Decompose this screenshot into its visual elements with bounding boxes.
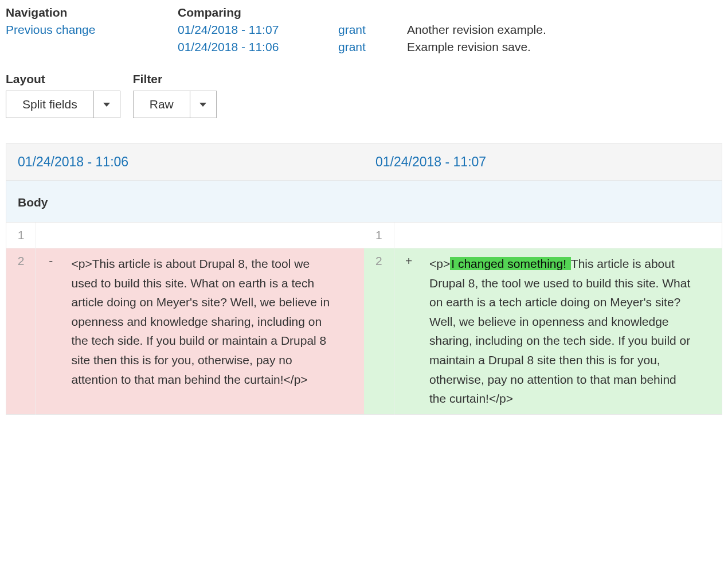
diff-inserted-text: I changed something!	[450, 257, 571, 270]
line-number: 2	[364, 248, 394, 415]
layout-select-value: Split fields	[6, 91, 93, 118]
rev-new-date-link[interactable]: 01/24/2018 - 11:07	[178, 23, 338, 37]
diff-content	[424, 223, 722, 248]
filter-select-value: Raw	[134, 91, 190, 118]
filter-control: Filter Raw	[133, 72, 217, 118]
line-number: 1	[364, 223, 394, 248]
change-sign	[394, 223, 424, 248]
previous-change-link[interactable]: Previous change	[6, 23, 178, 37]
diff-table: 01/24/2018 - 11:06 01/24/2018 - 11:07 Bo…	[6, 143, 722, 415]
layout-label: Layout	[6, 72, 120, 86]
diff-header-row: 01/24/2018 - 11:06 01/24/2018 - 11:07	[6, 144, 722, 181]
left-revision-header[interactable]: 01/24/2018 - 11:06	[6, 144, 365, 181]
comparing-header: Comparing	[178, 6, 722, 20]
field-label-row: Body	[6, 181, 722, 223]
rev-new-log-text: Another revision example.	[407, 23, 722, 37]
navigation-header: Navigation	[6, 6, 178, 20]
line-number: 2	[6, 248, 36, 415]
diff-removed-content: <p>This article is about Drupal 8, the t…	[66, 248, 365, 415]
right-revision-header[interactable]: 01/24/2018 - 11:07	[364, 144, 722, 181]
change-sign	[36, 223, 66, 248]
controls-row: Layout Split fields Filter Raw	[6, 72, 722, 118]
filter-label: Filter	[133, 72, 217, 86]
rev-old-date-link[interactable]: 01/24/2018 - 11:06	[178, 40, 338, 54]
filter-select[interactable]: Raw	[133, 91, 217, 118]
rev-new-user-link[interactable]: grant	[338, 23, 407, 37]
diff-text: This article is about Drupal 8, the tool…	[429, 257, 690, 405]
rev-old-log-text: Example revision save.	[407, 40, 722, 54]
line-number: 1	[6, 223, 36, 248]
layout-select[interactable]: Split fields	[6, 91, 120, 118]
rev-old-user-link[interactable]: grant	[338, 40, 407, 54]
revision-info-grid: Navigation Comparing Previous change 01/…	[6, 6, 722, 54]
field-label: Body	[6, 181, 722, 223]
change-sign: +	[394, 248, 424, 415]
table-row: 2 - <p>This article is about Drupal 8, t…	[6, 248, 722, 415]
diff-added-content: <p>I changed something! This article is …	[424, 248, 722, 415]
table-row: 1 1	[6, 223, 722, 248]
chevron-down-icon	[190, 91, 216, 118]
chevron-down-icon	[93, 91, 120, 118]
layout-control: Layout Split fields	[6, 72, 120, 118]
change-sign: -	[36, 248, 66, 415]
diff-content	[66, 223, 365, 248]
diff-text: <p>	[429, 257, 450, 270]
